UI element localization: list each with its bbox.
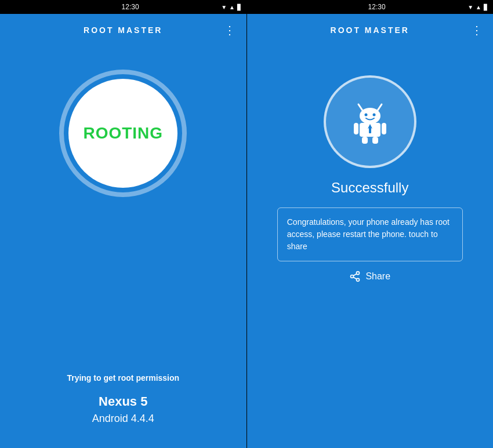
- success-message-text: Congratulations, your phone already has …: [287, 216, 453, 253]
- share-label: Share: [365, 271, 390, 282]
- signal-icon-right: ▼: [467, 4, 473, 10]
- app-title-right: ROOT MASTER: [270, 26, 470, 35]
- wifi-icon-right: ▲: [476, 4, 481, 10]
- rooting-circle-outer: ROOTING: [59, 70, 187, 197]
- svg-point-12: [357, 272, 360, 275]
- svg-point-3: [364, 114, 367, 116]
- screens-container: ROOT MASTER ⋮ ROOTING Trying to get root…: [0, 14, 493, 448]
- battery-icon-right: ▊: [484, 4, 488, 10]
- app-bar-left: ROOT MASTER ⋮: [0, 14, 246, 46]
- share-button[interactable]: Share: [349, 271, 390, 282]
- svg-line-16: [354, 274, 357, 275]
- rooting-label: ROOTING: [83, 124, 163, 143]
- svg-point-2: [360, 108, 380, 124]
- menu-button-right[interactable]: ⋮: [470, 23, 484, 37]
- device-name: Nexus 5: [67, 394, 179, 409]
- svg-rect-11: [372, 137, 378, 144]
- status-icons-left: ▼ ▲ ▊: [221, 4, 242, 10]
- android-version: Android 4.4.4: [67, 413, 179, 425]
- svg-line-15: [354, 277, 357, 279]
- android-circle: [324, 75, 416, 168]
- share-icon: [349, 271, 361, 282]
- svg-point-13: [351, 275, 354, 278]
- app-title-left: ROOT MASTER: [23, 26, 223, 35]
- svg-rect-10: [362, 137, 368, 144]
- screen-success: ROOT MASTER ⋮: [246, 14, 494, 448]
- svg-rect-9: [382, 123, 386, 134]
- success-content: Successfully Congratulations, your phone…: [247, 46, 494, 448]
- svg-rect-7: [369, 128, 371, 133]
- time-right: 12:30: [368, 3, 386, 11]
- success-title: Successfully: [331, 180, 408, 196]
- android-robot-icon: [347, 99, 393, 145]
- status-bar-right: 12:30 ▼ ▲ ▊: [246, 0, 493, 14]
- menu-button-left[interactable]: ⋮: [223, 23, 237, 37]
- rooting-circle-inner: ROOTING: [68, 79, 177, 188]
- time-left: 12:30: [122, 3, 139, 11]
- status-bar-left: 12:30 ▼ ▲ ▊: [0, 0, 246, 14]
- svg-rect-8: [354, 123, 358, 134]
- svg-line-0: [358, 104, 363, 111]
- app-bar-right: ROOT MASTER ⋮: [247, 14, 494, 46]
- signal-icon: ▼: [221, 4, 227, 10]
- wifi-icon: ▲: [229, 4, 235, 10]
- screen-rooting: ROOT MASTER ⋮ ROOTING Trying to get root…: [0, 14, 246, 448]
- svg-line-1: [377, 104, 382, 111]
- svg-point-14: [357, 278, 360, 281]
- svg-point-4: [372, 114, 375, 116]
- success-message-box[interactable]: Congratulations, your phone already has …: [277, 207, 463, 261]
- rooting-content: ROOTING Trying to get root permission Ne…: [0, 46, 246, 448]
- status-icons-right: ▼ ▲ ▊: [467, 4, 488, 10]
- trying-text: Trying to get root permission: [67, 373, 179, 383]
- device-info: Trying to get root permission Nexus 5 An…: [67, 373, 179, 431]
- status-bar: 12:30 ▼ ▲ ▊ 12:30 ▼ ▲ ▊: [0, 0, 493, 14]
- battery-icon: ▊: [237, 4, 242, 10]
